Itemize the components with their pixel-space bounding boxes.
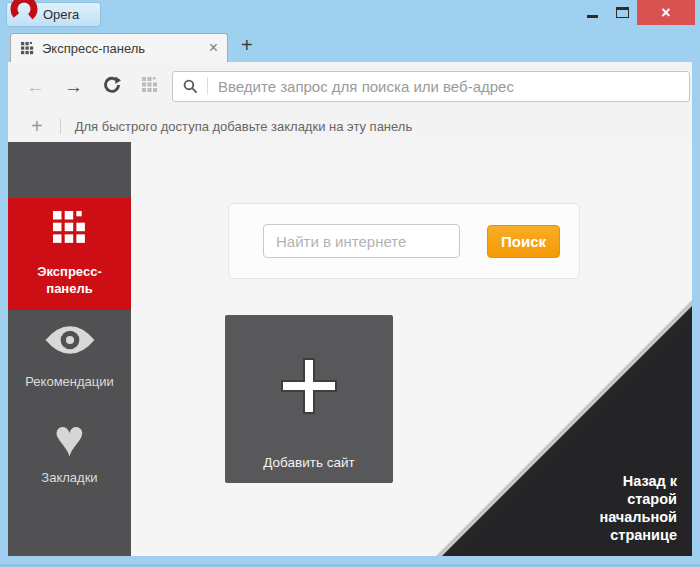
speed-dial-grid-icon — [53, 211, 87, 245]
add-site-tile[interactable]: Добавить сайт — [225, 315, 393, 483]
tab-close-icon[interactable]: × — [209, 40, 218, 56]
sidebar: Экспресс-панель Рекомендации ♥ Закладки — [8, 142, 131, 556]
forward-button[interactable]: → — [62, 77, 85, 96]
address-bar[interactable] — [172, 71, 690, 102]
sidebar-item-label: Экспресс-панель — [20, 263, 120, 297]
web-search-button[interactable]: Поиск — [487, 225, 560, 258]
address-bar-divider — [207, 77, 208, 95]
reload-button[interactable] — [100, 76, 123, 97]
window-controls: × — [577, 0, 695, 25]
sidebar-item-label: Рекомендации — [25, 374, 114, 389]
new-tab-button[interactable]: + — [241, 35, 253, 55]
page-body: Экспресс-панель Рекомендации ♥ Закладки — [8, 142, 692, 556]
back-button[interactable]: ← — [24, 77, 47, 96]
tab-strip: Экспресс-панель × + — [0, 28, 700, 62]
maximize-button[interactable] — [607, 0, 637, 25]
maximize-icon — [616, 7, 629, 18]
sidebar-item-discover[interactable]: Рекомендации — [8, 310, 131, 408]
opera-menu-label: Opera — [43, 7, 79, 22]
sidebar-item-speed-dial[interactable]: Экспресс-панель — [8, 198, 131, 310]
add-bookmark-button[interactable]: + — [31, 116, 43, 136]
browser-window: Opera × Экспресс-панель × — [0, 0, 700, 567]
corner-label-line: старой — [599, 490, 677, 508]
speed-dial-grid-icon — [142, 77, 158, 93]
titlebar: Opera × — [0, 0, 700, 28]
tab-title: Экспресс-панель — [42, 41, 201, 56]
add-site-label: Добавить сайт — [263, 455, 354, 470]
bookmarks-bar: + Для быстрого доступа добавьте закладки… — [8, 110, 692, 142]
bookmarks-bar-divider — [60, 119, 61, 134]
corner-label-line: странице — [599, 526, 677, 544]
nav-buttons: ← → — [24, 76, 161, 97]
minimize-icon — [587, 15, 598, 18]
speed-dial-grid-icon — [21, 42, 34, 55]
speed-dial-button[interactable] — [138, 77, 161, 96]
bookmarks-bar-hint: Для быстрого доступа добавьте закладки н… — [75, 119, 413, 134]
browser-chrome: ← → — [8, 62, 692, 556]
address-input[interactable] — [218, 78, 679, 95]
corner-label-line: начальной — [599, 508, 677, 526]
opera-logo-icon — [10, 0, 38, 26]
sidebar-item-bookmarks[interactable]: ♥ Закладки — [8, 408, 131, 485]
web-search-card: Поиск — [228, 203, 580, 279]
heart-icon: ♥ — [54, 412, 85, 464]
minimize-button[interactable] — [577, 0, 607, 25]
opera-menu-button[interactable]: Opera — [6, 2, 101, 27]
back-to-old-start-page-label: Назад к старой начальной странице — [599, 472, 677, 544]
web-search-input[interactable] — [263, 224, 460, 258]
plus-icon — [280, 357, 338, 415]
reload-icon — [103, 76, 121, 94]
tab-speed-dial[interactable]: Экспресс-панель × — [10, 33, 228, 62]
navigation-toolbar: ← → — [8, 62, 692, 110]
close-button[interactable]: × — [637, 0, 695, 25]
speed-dial-page: Поиск Добавить сайт Назад к старой начал… — [131, 142, 692, 556]
close-icon: × — [661, 5, 670, 21]
sidebar-item-label: Закладки — [41, 470, 97, 485]
corner-label-line: Назад к — [599, 472, 677, 490]
search-icon — [183, 79, 198, 94]
eye-icon — [44, 323, 96, 357]
